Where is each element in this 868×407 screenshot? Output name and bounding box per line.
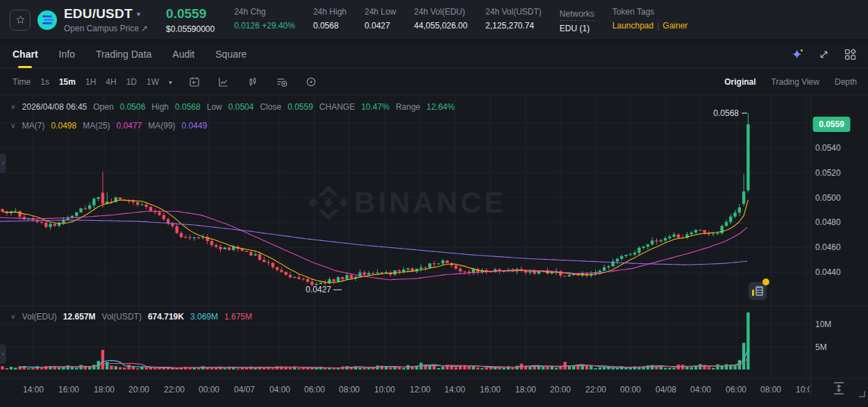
interval-1d[interactable]: 1D: [126, 77, 137, 87]
interval-15m[interactable]: 15m: [59, 77, 76, 87]
pair-title: EDU/USDT: [64, 6, 133, 22]
svg-text:04:00: 04:00: [690, 385, 711, 394]
svg-text:04/08: 04/08: [656, 385, 676, 394]
chart-style-button[interactable]: [217, 75, 231, 89]
chevron-down-icon: ▾: [137, 10, 141, 19]
axis-scale-button[interactable]: [831, 381, 847, 399]
svg-text:0.0440: 0.0440: [815, 267, 841, 277]
svg-text:00:00: 00:00: [620, 385, 641, 394]
pair-header: EDU/USDT ▾ Open Campus Price ↗ 0.0559 $0…: [0, 0, 868, 40]
ai-sparkle-icon: [791, 48, 804, 61]
interval-1s[interactable]: 1s: [40, 77, 49, 87]
last-price: 0.0559: [166, 6, 215, 22]
expand-button[interactable]: [817, 47, 831, 61]
news-accent: [752, 290, 754, 296]
goto-date-button[interactable]: [187, 75, 201, 89]
stat-24h-vol-edu: 24h Vol(EDU) 44,055,026.00: [414, 7, 467, 33]
price-chart[interactable]: BINANCE0.05600.05400.05200.05000.04800.0…: [0, 95, 868, 407]
ai-assistant-button[interactable]: [790, 47, 804, 61]
tab-chart[interactable]: Chart: [12, 40, 38, 68]
view-original[interactable]: Original: [724, 77, 756, 87]
svg-text:0.0460: 0.0460: [815, 242, 841, 252]
stat-24h-low: 24h Low 0.0427: [365, 7, 396, 33]
svg-text:0.0480: 0.0480: [815, 217, 841, 227]
trading-widget: EDU/USDT ▾ Open Campus Price ↗ 0.0559 $0…: [0, 0, 868, 407]
news-event-button[interactable]: [749, 282, 767, 300]
networks-label[interactable]: Networks: [560, 9, 594, 21]
pane-expander-volume[interactable]: ›: [0, 344, 6, 364]
svg-text:5M: 5M: [815, 342, 827, 352]
stat-token-tags: Token Tags Launchpad | Gainer: [612, 7, 688, 33]
networks-value: EDU (1): [560, 24, 594, 33]
favorite-button[interactable]: [10, 10, 31, 31]
svg-text:08:00: 08:00: [339, 385, 360, 394]
tab-square[interactable]: Square: [215, 40, 247, 68]
svg-text:20:00: 20:00: [550, 385, 571, 394]
svg-text:14:00: 14:00: [444, 385, 465, 394]
svg-text:10:00: 10:00: [374, 385, 395, 394]
tab-info[interactable]: Info: [59, 40, 75, 68]
svg-text:12:00: 12:00: [410, 385, 431, 394]
svg-text:04/07: 04/07: [234, 385, 255, 394]
price-source-link[interactable]: Open Campus Price ↗: [64, 24, 148, 33]
resize-corner-handle[interactable]: [857, 389, 867, 401]
ohlc-legend: ˅ 2026/04/08 06:45 Open 0.0506 High 0.05…: [11, 102, 455, 112]
last-price-usd: $0.05590000: [166, 24, 215, 34]
indicators-button[interactable]: [275, 75, 289, 89]
section-tabs: Chart Info Trading Data Audit Square: [0, 40, 868, 69]
svg-text:22:00: 22:00: [164, 385, 185, 394]
svg-text:06:00: 06:00: [304, 385, 325, 394]
svg-text:18:00: 18:00: [515, 385, 536, 394]
chart-toolbar: Time 1s 15m 1H 4H 1D 1W ▾: [0, 69, 868, 95]
news-doc-icon: [756, 286, 763, 296]
tag-separator: |: [657, 21, 659, 31]
collapse-icon[interactable]: ˅: [11, 313, 15, 321]
svg-text:00:00: 00:00: [199, 385, 219, 394]
stat-24h-vol-usdt: 24h Vol(USDT) 2,125,270.74: [485, 7, 542, 33]
stat-24h-high: 24h High 0.0568: [313, 7, 347, 33]
ma-legend: ˅ MA(7) 0.0498 MA(25) 0.0477 MA(99) 0.04…: [11, 121, 207, 131]
view-depth[interactable]: Depth: [835, 77, 857, 87]
indicators-icon: [276, 76, 288, 88]
volume-legend: ˅ Vol(EDU) 12.657M Vol(USDT) 674.719K 3.…: [11, 312, 252, 322]
stat-24h-chg: 24h Chg 0.0126 +29.40%: [234, 7, 295, 33]
candle-type-button[interactable]: [246, 75, 260, 89]
interval-1w[interactable]: 1W: [147, 77, 159, 87]
expand-diagonal-icon: [818, 49, 830, 60]
svg-text:16:00: 16:00: [58, 385, 79, 394]
tag-gainer[interactable]: Gainer: [662, 21, 687, 31]
tab-trading-data[interactable]: Trading Data: [96, 40, 151, 68]
settings-target-icon: [305, 76, 317, 88]
tag-launchpad[interactable]: Launchpad: [612, 21, 653, 31]
stats-row: 24h Chg 0.0126 +29.40% 24h High 0.0568 2…: [234, 7, 687, 33]
interval-1h[interactable]: 1H: [85, 77, 96, 87]
chart-settings-button[interactable]: [304, 75, 318, 89]
collapse-icon[interactable]: ˅: [11, 122, 15, 130]
svg-text:0.0559: 0.0559: [819, 119, 844, 129]
candle-datetime: 2026/04/08 06:45: [22, 102, 87, 112]
star-icon: [15, 15, 26, 25]
svg-text:14:00: 14:00: [23, 385, 44, 394]
widgets-grid-icon: [844, 48, 857, 61]
interval-4h[interactable]: 4H: [106, 77, 116, 87]
svg-text:0.0427: 0.0427: [306, 285, 331, 294]
view-tradingview[interactable]: Trading View: [771, 77, 819, 87]
scale-vertical-icon: [831, 381, 847, 396]
tab-audit[interactable]: Audit: [172, 40, 194, 68]
interval-dropdown-caret[interactable]: ▾: [169, 78, 172, 86]
svg-text:08:00: 08:00: [760, 385, 781, 394]
widgets-button[interactable]: [843, 47, 857, 61]
svg-text:10:00: 10:00: [796, 385, 817, 394]
collapse-icon[interactable]: ˅: [11, 103, 15, 111]
svg-text:10M: 10M: [815, 319, 831, 329]
pane-expander-main[interactable]: ›: [0, 153, 6, 173]
external-link-icon: ↗: [141, 24, 148, 33]
notification-dot: [762, 279, 769, 285]
edu-token-logo: [37, 10, 57, 30]
svg-text:BINANCE: BINANCE: [354, 186, 506, 219]
svg-text:0.0540: 0.0540: [815, 143, 841, 153]
svg-text:0.0520: 0.0520: [815, 168, 841, 178]
svg-text:06:00: 06:00: [726, 385, 746, 394]
pair-selector[interactable]: EDU/USDT ▾ Open Campus Price ↗: [64, 6, 148, 33]
svg-text:0.0568: 0.0568: [713, 108, 739, 118]
